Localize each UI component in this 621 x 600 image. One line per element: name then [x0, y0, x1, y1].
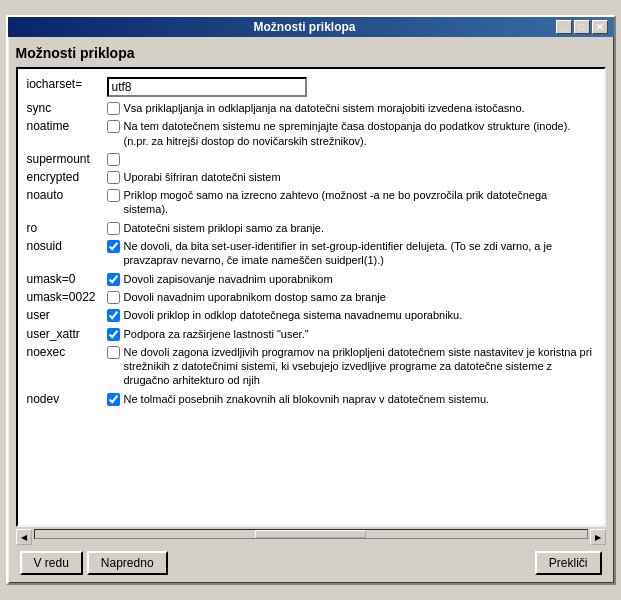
option-control-cell [104, 150, 598, 168]
left-buttons: V redu Napredno [20, 551, 168, 575]
scrollbar-track[interactable] [34, 529, 588, 539]
option-name-cell: supermount [24, 150, 104, 168]
option-name-cell: sync [24, 99, 104, 117]
table-row: nosuidNe dovoli, da bita set-user-identi… [24, 237, 598, 270]
option-control-wrapper [107, 152, 595, 166]
title-bar-buttons: _ □ ✕ [556, 20, 608, 34]
option-checkbox-user-xattr[interactable] [107, 328, 120, 341]
option-control-cell: Podpora za razširjene lastnosti "user." [104, 325, 598, 343]
option-control-wrapper: Dovoli priklop in odklop datotečnega sis… [107, 308, 595, 322]
option-description: Ne dovoli zagona izvedljivih programov n… [124, 345, 595, 388]
minimize-button[interactable]: _ [556, 20, 572, 34]
option-name-cell: ro [24, 219, 104, 237]
option-checkbox-user[interactable] [107, 309, 120, 322]
table-row: noatimeNa tem datotečnem sistemu ne spre… [24, 117, 598, 150]
scroll-left-button[interactable]: ◀ [16, 529, 32, 545]
window-title: Možnosti priklopa [254, 20, 356, 34]
table-row: user_xattrPodpora za razširjene lastnost… [24, 325, 598, 343]
option-checkbox-noexec[interactable] [107, 346, 120, 359]
option-name-cell: noexec [24, 343, 104, 390]
option-control-wrapper: Ne dovoli, da bita set-user-identifier i… [107, 239, 595, 268]
table-row: nodevNe tolmači posebnih znakovnih ali b… [24, 390, 598, 408]
option-checkbox-umask-0022[interactable] [107, 291, 120, 304]
option-name-cell: umask=0022 [24, 288, 104, 306]
table-row: umask=0022Dovoli navadnim uporabnikom do… [24, 288, 598, 306]
option-checkbox-ro[interactable] [107, 222, 120, 235]
close-button[interactable]: ✕ [592, 20, 608, 34]
option-control-wrapper: Vsa priklapljanja in odklapljanja na dat… [107, 101, 595, 115]
cancel-button[interactable]: Prekliči [535, 551, 602, 575]
option-description: Datotečni sistem priklopi samo za branje… [124, 221, 325, 235]
table-row: encryptedUporabi šifriran datotečni sist… [24, 168, 598, 186]
option-checkbox-noatime[interactable] [107, 120, 120, 133]
option-name-cell: umask=0 [24, 270, 104, 288]
horizontal-scrollbar-row: ◀ ▶ [16, 529, 606, 545]
ok-button[interactable]: V redu [20, 551, 83, 575]
scroll-area[interactable]: iocharset=syncVsa priklapljanja in odkla… [16, 67, 606, 527]
option-description: Dovoli navadnim uporabnikom dostop samo … [124, 290, 386, 304]
title-bar: Možnosti priklopa _ □ ✕ [8, 17, 614, 37]
option-description: Vsa priklapljanja in odklapljanja na dat… [124, 101, 525, 115]
table-row: userDovoli priklop in odklop datotečnega… [24, 306, 598, 324]
button-row: V redu Napredno Prekliči [16, 551, 606, 575]
option-control-wrapper: Dovoli zapisovanje navadnim uporabnikom [107, 272, 595, 286]
page-title: Možnosti priklopa [16, 45, 606, 61]
option-control-wrapper: Uporabi šifriran datotečni sistem [107, 170, 595, 184]
option-control-cell: Ne tolmači posebnih znakovnih ali blokov… [104, 390, 598, 408]
option-control-cell: Datotečni sistem priklopi samo za branje… [104, 219, 598, 237]
table-row: roDatotečni sistem priklopi samo za bran… [24, 219, 598, 237]
option-control-wrapper: Dovoli navadnim uporabnikom dostop samo … [107, 290, 595, 304]
table-row: noautoPriklop mogoč samo na izrecno zaht… [24, 186, 598, 219]
option-description: Ne tolmači posebnih znakovnih ali blokov… [124, 392, 490, 406]
option-name-cell: encrypted [24, 168, 104, 186]
maximize-button[interactable]: □ [574, 20, 590, 34]
option-control-cell: Dovoli navadnim uporabnikom dostop samo … [104, 288, 598, 306]
option-name-cell: user_xattr [24, 325, 104, 343]
option-control-wrapper: Datotečni sistem priklopi samo za branje… [107, 221, 595, 235]
option-control-cell: Uporabi šifriran datotečni sistem [104, 168, 598, 186]
option-checkbox-umask-0[interactable] [107, 273, 120, 286]
option-control-wrapper: Ne tolmači posebnih znakovnih ali blokov… [107, 392, 595, 406]
option-description: Ne dovoli, da bita set-user-identifier i… [124, 239, 595, 268]
option-checkbox-supermount[interactable] [107, 153, 120, 166]
option-name-cell: noatime [24, 117, 104, 150]
right-buttons: Prekliči [535, 551, 602, 575]
option-description: Podpora za razširjene lastnosti "user." [124, 327, 309, 341]
option-name-cell: noauto [24, 186, 104, 219]
option-name-cell: nodev [24, 390, 104, 408]
option-checkbox-encrypted[interactable] [107, 171, 120, 184]
table-row: iocharset= [24, 75, 598, 99]
option-control-wrapper: Podpora za razširjene lastnosti "user." [107, 327, 595, 341]
option-control-cell [104, 75, 598, 99]
scrollbar-thumb[interactable] [255, 530, 365, 538]
option-description: Dovoli zapisovanje navadnim uporabnikom [124, 272, 333, 286]
options-table: iocharset=syncVsa priklapljanja in odkla… [24, 75, 598, 408]
option-checkbox-noauto[interactable] [107, 189, 120, 202]
option-checkbox-sync[interactable] [107, 102, 120, 115]
option-control-cell: Vsa priklapljanja in odklapljanja na dat… [104, 99, 598, 117]
main-window: Možnosti priklopa _ □ ✕ Možnosti priklop… [6, 15, 616, 585]
option-control-cell: Priklop mogoč samo na izrecno zahtevo (m… [104, 186, 598, 219]
table-row: syncVsa priklapljanja in odklapljanja na… [24, 99, 598, 117]
option-name-cell: nosuid [24, 237, 104, 270]
window-content: Možnosti priklopa iocharset=syncVsa prik… [8, 37, 614, 583]
option-description: Dovoli priklop in odklop datotečnega sis… [124, 308, 463, 322]
option-control-cell: Dovoli priklop in odklop datotečnega sis… [104, 306, 598, 324]
option-checkbox-nodev[interactable] [107, 393, 120, 406]
table-row: umask=0Dovoli zapisovanje navadnim upora… [24, 270, 598, 288]
option-description: Na tem datotečnem sistemu ne spreminjajt… [124, 119, 595, 148]
table-row: noexecNe dovoli zagona izvedljivih progr… [24, 343, 598, 390]
option-control-wrapper: Na tem datotečnem sistemu ne spreminjajt… [107, 119, 595, 148]
option-name-cell: iocharset= [24, 75, 104, 99]
option-description: Priklop mogoč samo na izrecno zahtevo (m… [124, 188, 595, 217]
option-checkbox-nosuid[interactable] [107, 240, 120, 253]
option-control-wrapper: Ne dovoli zagona izvedljivih programov n… [107, 345, 595, 388]
table-row: supermount [24, 150, 598, 168]
advanced-button[interactable]: Napredno [87, 551, 168, 575]
option-name-cell: user [24, 306, 104, 324]
option-control-cell: Ne dovoli, da bita set-user-identifier i… [104, 237, 598, 270]
scroll-right-button[interactable]: ▶ [590, 529, 606, 545]
option-control-cell: Ne dovoli zagona izvedljivih programov n… [104, 343, 598, 390]
iocharset-input[interactable] [107, 77, 307, 97]
option-control-cell: Dovoli zapisovanje navadnim uporabnikom [104, 270, 598, 288]
